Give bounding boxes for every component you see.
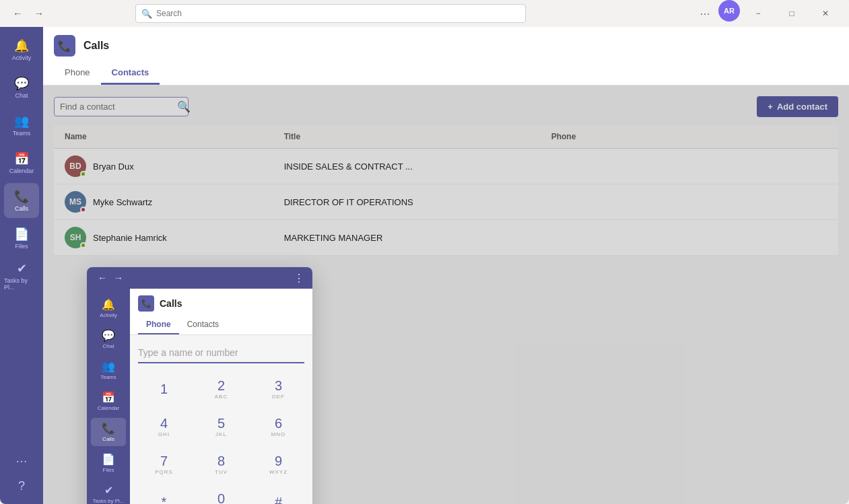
content-area: 📞 Calls Phone Contacts 🔍 + A <box>43 27 849 504</box>
tab-contacts[interactable]: Contacts <box>101 62 160 85</box>
dial-key-3[interactable]: 3DEF <box>252 373 304 405</box>
dial-key-*[interactable]: * <box>138 486 190 504</box>
sidebar-item-files[interactable]: 📄 Files <box>4 221 39 256</box>
dialpad-overlay: ← → ⋮ 🔔 Activity <box>43 85 849 504</box>
sidebar-item-label: Calendar <box>9 168 34 174</box>
calls-title: Calls <box>83 40 109 52</box>
search-icon: 🔍 <box>141 9 152 19</box>
popup-layout: 🔔 Activity 💬 Chat 👥 Teams <box>87 289 312 504</box>
popup-sidebar-label: Calendar <box>98 405 119 411</box>
sidebar-item-label: Activity <box>12 55 32 61</box>
popup-calls-title-icon: 📞 <box>138 295 154 312</box>
nav-buttons: ← → <box>8 4 48 23</box>
sidebar-item-label: Chat <box>15 92 28 99</box>
sidebar-item-label: Calls <box>15 205 28 212</box>
contacts-content: 🔍 + Add contact Name Title Phone <box>43 85 849 504</box>
sidebar-item-calendar[interactable]: 📅 Calendar <box>4 145 39 180</box>
sidebar-item-teams[interactable]: 👥 Teams <box>4 108 39 143</box>
dial-key-9[interactable]: 9WXYZ <box>252 448 304 480</box>
search-input[interactable] <box>156 9 520 18</box>
calls-header: 📞 Calls Phone Contacts <box>43 27 849 85</box>
popup-sidebar-tasks[interactable]: ✔ Tasks by Pl... <box>91 480 126 504</box>
popup-chat-icon: 💬 <box>102 329 115 342</box>
popup-nav: ← → <box>95 271 126 285</box>
dial-key-7[interactable]: 7PQRS <box>138 448 190 480</box>
popup-sidebar-files[interactable]: 📄 Files <box>91 449 126 477</box>
calls-icon: 📞 <box>14 189 29 204</box>
user-avatar[interactable]: AR <box>718 0 740 22</box>
calls-title-row: 📞 Calls <box>54 35 838 57</box>
dial-key-0[interactable]: 0+ <box>195 486 247 504</box>
dialpad-grid: 12ABC3DEF4GHI5JKL6MNO7PQRS8TUV9WXYZ*0+# <box>138 373 304 504</box>
dial-key-2[interactable]: 2ABC <box>195 373 247 405</box>
popup-sidebar-label: Calls <box>102 436 114 442</box>
dial-key-#[interactable]: # <box>252 486 304 504</box>
popup-calendar-icon: 📅 <box>102 391 115 404</box>
popup-tabs: Phone Contacts <box>138 316 304 334</box>
popup-tab-phone[interactable]: Phone <box>138 316 179 334</box>
sidebar-more-button[interactable]: … <box>10 446 33 471</box>
popup-title-row: 📞 Calls <box>138 295 304 312</box>
popup-sidebar-calls[interactable]: 📞 Calls <box>91 418 126 446</box>
maximize-button[interactable]: □ <box>776 0 807 27</box>
window-actions: … AR − □ ✕ <box>694 0 841 27</box>
popup-forward-button[interactable]: → <box>111 271 126 285</box>
popup-tab-contacts[interactable]: Contacts <box>179 316 227 334</box>
main-layout: 🔔 Activity 💬 Chat 👥 Teams 📅 Calendar 📞 C… <box>0 27 849 504</box>
popup-sidebar-label: Tasks by Pl... <box>92 498 124 504</box>
sidebar-item-tasks[interactable]: ✔ Tasks by Pl... <box>4 258 39 293</box>
popup-teams-icon: 👥 <box>102 360 115 373</box>
popup-tasks-icon: ✔ <box>104 484 113 497</box>
popup-sidebar-label: Chat <box>103 343 114 349</box>
calls-tabs: Phone Contacts <box>54 62 838 85</box>
tab-phone[interactable]: Phone <box>54 62 101 85</box>
popup-header: ← → ⋮ <box>87 267 312 289</box>
popup-sidebar-chat[interactable]: 💬 Chat <box>91 325 126 353</box>
dial-key-6[interactable]: 6MNO <box>252 410 304 443</box>
popup-back-button[interactable]: ← <box>95 271 110 285</box>
popup-activity-icon: 🔔 <box>102 298 115 311</box>
activity-icon: 🔔 <box>14 38 29 53</box>
popup-sidebar: 🔔 Activity 💬 Chat 👥 Teams <box>87 289 130 504</box>
dial-key-8[interactable]: 8TUV <box>195 448 247 480</box>
popup-calls-title: Calls <box>160 298 182 309</box>
minimize-button[interactable]: − <box>743 0 774 27</box>
tasks-icon: ✔ <box>17 261 27 276</box>
app-window: ← → 🔍 … AR − □ ✕ 🔔 Activity 💬 Chat <box>0 0 849 504</box>
title-bar: ← → 🔍 … AR − □ ✕ <box>0 0 849 27</box>
popup-files-icon: 📄 <box>102 453 115 466</box>
sidebar-item-label: Files <box>15 243 28 250</box>
chat-icon: 💬 <box>14 76 29 91</box>
dial-key-5[interactable]: 5JKL <box>195 410 247 443</box>
close-button[interactable]: ✕ <box>810 0 841 27</box>
dial-key-1[interactable]: 1 <box>138 373 190 405</box>
back-button[interactable]: ← <box>8 4 27 23</box>
global-search-bar[interactable]: 🔍 <box>135 4 526 23</box>
popup-close-button[interactable]: ⋮ <box>294 272 304 285</box>
popup-sidebar-teams[interactable]: 👥 Teams <box>91 356 126 384</box>
dialpad-popup: ← → ⋮ 🔔 Activity <box>87 267 312 504</box>
sidebar-item-activity[interactable]: 🔔 Activity <box>4 32 39 67</box>
dialpad-input[interactable] <box>138 343 304 363</box>
forward-button[interactable]: → <box>30 4 48 23</box>
popup-calls-icon: 📞 <box>102 422 115 435</box>
dialpad-content: 12ABC3DEF4GHI5JKL6MNO7PQRS8TUV9WXYZ*0+# … <box>130 335 312 504</box>
sidebar-help-button[interactable]: ? <box>13 474 30 499</box>
sidebar-item-calls[interactable]: 📞 Calls <box>4 183 39 218</box>
sidebar-item-chat[interactable]: 💬 Chat <box>4 70 39 105</box>
popup-sidebar-activity[interactable]: 🔔 Activity <box>91 294 126 322</box>
more-options-icon[interactable]: … <box>694 0 716 27</box>
teams-icon: 👥 <box>14 114 29 129</box>
files-icon: 📄 <box>14 227 29 242</box>
popup-sidebar-label: Teams <box>100 374 116 380</box>
popup-sidebar-label: Activity <box>100 312 116 318</box>
calendar-icon: 📅 <box>14 151 29 166</box>
popup-sidebar-label: Files <box>103 467 114 473</box>
dial-key-4[interactable]: 4GHI <box>138 410 190 443</box>
popup-sidebar-calendar[interactable]: 📅 Calendar <box>91 387 126 415</box>
popup-calls-header: 📞 Calls Phone Contacts <box>130 289 312 335</box>
calls-title-icon: 📞 <box>54 35 75 57</box>
sidebar-item-label: Tasks by Pl... <box>4 277 39 291</box>
sidebar: 🔔 Activity 💬 Chat 👥 Teams 📅 Calendar 📞 C… <box>0 27 43 504</box>
popup-content: 📞 Calls Phone Contacts <box>130 289 312 504</box>
